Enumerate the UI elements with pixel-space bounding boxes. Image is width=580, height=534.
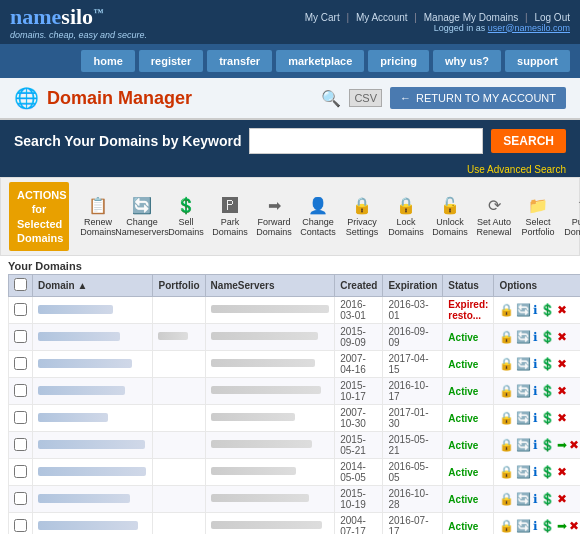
lock-option-icon[interactable]: 🔒 xyxy=(499,519,514,533)
sell-option-icon[interactable]: 💲 xyxy=(540,519,555,533)
info-option-icon[interactable]: ℹ xyxy=(533,303,538,317)
arrow-option-icon[interactable]: ➡ xyxy=(557,438,567,452)
domain-cell[interactable] xyxy=(33,405,153,432)
csv-icon: CSV xyxy=(349,89,382,107)
nav-register[interactable]: register xyxy=(139,50,203,72)
action-unlock[interactable]: 🔓 UnlockDomains xyxy=(429,194,471,239)
action-portfolio[interactable]: 📁 SelectPortfolio xyxy=(517,194,559,239)
nav-pricing[interactable]: pricing xyxy=(368,50,429,72)
lock-option-icon[interactable]: 🔒 xyxy=(499,465,514,479)
nav-transfer[interactable]: transfer xyxy=(207,50,272,72)
action-contacts[interactable]: 👤 ChangeContacts xyxy=(297,194,339,239)
delete-option-icon[interactable]: ✖ xyxy=(557,492,567,506)
action-auto-renewal[interactable]: ⟳ Set AutoRenewal xyxy=(473,194,515,239)
renew-option-icon[interactable]: 🔄 xyxy=(516,330,531,344)
domain-cell[interactable] xyxy=(33,297,153,324)
nav-support[interactable]: support xyxy=(505,50,570,72)
row-checkbox[interactable] xyxy=(14,519,27,532)
renew-option-icon[interactable]: 🔄 xyxy=(516,492,531,506)
delete-option-icon[interactable]: ✖ xyxy=(557,303,567,317)
row-checkbox[interactable] xyxy=(14,303,27,316)
action-sell[interactable]: 💲 SellDomains xyxy=(165,194,207,239)
my-account-link[interactable]: My Account xyxy=(356,12,408,23)
domain-cell[interactable] xyxy=(33,486,153,513)
action-lock[interactable]: 🔒 LockDomains xyxy=(385,194,427,239)
arrow-option-icon[interactable]: ➡ xyxy=(557,519,567,533)
renew-option-icon[interactable]: 🔄 xyxy=(516,465,531,479)
action-forward[interactable]: ➡ ForwardDomains xyxy=(253,194,295,239)
info-option-icon[interactable]: ℹ xyxy=(533,384,538,398)
sell-option-icon[interactable]: 💲 xyxy=(540,438,555,452)
delete-option-icon[interactable]: ✖ xyxy=(557,330,567,344)
row-checkbox[interactable] xyxy=(14,492,27,505)
row-checkbox[interactable] xyxy=(14,384,27,397)
col-checkbox[interactable] xyxy=(9,275,33,297)
row-checkbox[interactable] xyxy=(14,411,27,424)
sell-option-icon[interactable]: 💲 xyxy=(540,384,555,398)
select-all-checkbox[interactable] xyxy=(14,278,27,291)
info-option-icon[interactable]: ℹ xyxy=(533,519,538,533)
renew-option-icon[interactable]: 🔄 xyxy=(516,411,531,425)
sell-option-icon[interactable]: 💲 xyxy=(540,465,555,479)
sell-option-icon[interactable]: 💲 xyxy=(540,330,555,344)
sell-option-icon[interactable]: 💲 xyxy=(540,492,555,506)
lock-option-icon[interactable]: 🔒 xyxy=(499,357,514,371)
domain-cell[interactable] xyxy=(33,324,153,351)
renew-option-icon[interactable]: 🔄 xyxy=(516,303,531,317)
search-input[interactable] xyxy=(249,128,483,154)
row-checkbox[interactable] xyxy=(14,330,27,343)
lock-option-icon[interactable]: 🔒 xyxy=(499,492,514,506)
nameservers-cell xyxy=(205,459,335,486)
lock-option-icon[interactable]: 🔒 xyxy=(499,438,514,452)
delete-option-icon[interactable]: ✖ xyxy=(569,519,579,533)
action-push[interactable]: ⬆ PushDomains xyxy=(561,194,580,239)
my-cart-link[interactable]: My Cart xyxy=(305,12,340,23)
delete-option-icon[interactable]: ✖ xyxy=(557,465,567,479)
domain-cell[interactable] xyxy=(33,459,153,486)
domain-cell[interactable] xyxy=(33,432,153,459)
search-button[interactable]: SEARCH xyxy=(491,129,566,153)
nav-why-us[interactable]: why us? xyxy=(433,50,501,72)
renew-option-icon[interactable]: 🔄 xyxy=(516,357,531,371)
col-domain[interactable]: Domain ▲ xyxy=(33,275,153,297)
row-checkbox[interactable] xyxy=(14,465,27,478)
action-nameservers[interactable]: 🔄 ChangeNameservers xyxy=(121,194,163,239)
delete-option-icon[interactable]: ✖ xyxy=(569,438,579,452)
status-cell: Active xyxy=(443,459,494,486)
row-checkbox[interactable] xyxy=(14,357,27,370)
info-option-icon[interactable]: ℹ xyxy=(533,465,538,479)
renew-option-icon[interactable]: 🔄 xyxy=(516,384,531,398)
sell-option-icon[interactable]: 💲 xyxy=(540,303,555,317)
lock-option-icon[interactable]: 🔒 xyxy=(499,411,514,425)
action-park[interactable]: 🅿 ParkDomains xyxy=(209,195,251,239)
domain-cell[interactable] xyxy=(33,351,153,378)
return-account-button[interactable]: ← RETURN TO MY ACCOUNT xyxy=(390,87,566,109)
manage-domains-link[interactable]: Manage My Domains xyxy=(424,12,518,23)
renew-icon: 📋 xyxy=(88,196,108,215)
info-option-icon[interactable]: ℹ xyxy=(533,357,538,371)
advanced-search-link[interactable]: Use Advanced Search xyxy=(0,162,580,177)
domain-cell[interactable] xyxy=(33,513,153,534)
domain-cell[interactable] xyxy=(33,378,153,405)
renew-option-icon[interactable]: 🔄 xyxy=(516,438,531,452)
user-email[interactable]: user@namesilo.com xyxy=(488,23,570,33)
lock-option-icon[interactable]: 🔒 xyxy=(499,303,514,317)
renew-option-icon[interactable]: 🔄 xyxy=(516,519,531,533)
delete-option-icon[interactable]: ✖ xyxy=(557,357,567,371)
lock-option-icon[interactable]: 🔒 xyxy=(499,384,514,398)
sell-option-icon[interactable]: 💲 xyxy=(540,357,555,371)
delete-option-icon[interactable]: ✖ xyxy=(557,411,567,425)
action-privacy[interactable]: 🔒 PrivacySettings xyxy=(341,194,383,239)
lock-option-icon[interactable]: 🔒 xyxy=(499,330,514,344)
log-out-link[interactable]: Log Out xyxy=(534,12,570,23)
info-option-icon[interactable]: ℹ xyxy=(533,438,538,452)
info-option-icon[interactable]: ℹ xyxy=(533,411,538,425)
nav-home[interactable]: home xyxy=(81,50,134,72)
nav-marketplace[interactable]: marketplace xyxy=(276,50,364,72)
delete-option-icon[interactable]: ✖ xyxy=(557,384,567,398)
action-renew[interactable]: 📋 RenewDomains xyxy=(77,194,119,239)
info-option-icon[interactable]: ℹ xyxy=(533,330,538,344)
row-checkbox[interactable] xyxy=(14,438,27,451)
sell-option-icon[interactable]: 💲 xyxy=(540,411,555,425)
info-option-icon[interactable]: ℹ xyxy=(533,492,538,506)
